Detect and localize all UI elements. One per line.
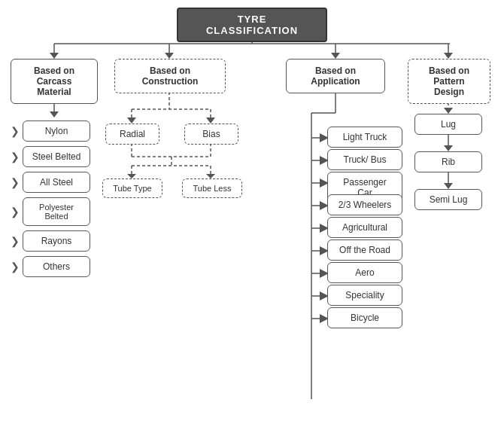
svg-marker-51	[444, 145, 453, 151]
carcass-item-others: Others	[23, 256, 90, 277]
app-item-speciality: Speciality	[327, 285, 402, 306]
arrow-icon: ❯	[11, 206, 20, 217]
svg-marker-9	[444, 53, 453, 59]
app-item-off-road: Off the Road	[327, 239, 402, 261]
app-item-bicycle: Bicycle	[327, 307, 402, 328]
root-node: TYRE CLASSIFICATION	[177, 8, 327, 42]
app-item-agricultural: Agricultural	[327, 217, 402, 238]
construction-label: Based onConstruction	[114, 59, 226, 93]
tube-type-label: Tube Type	[102, 178, 162, 198]
list-item: ❯ Others	[11, 256, 90, 277]
arrow-icon: ❯	[11, 177, 20, 188]
svg-marker-49	[444, 108, 453, 114]
app-item-truck-bus: Truck/ Bus	[327, 149, 402, 170]
root-title: TYRE CLASSIFICATION	[177, 8, 327, 42]
pattern-label: Based on PatternDesign	[408, 59, 490, 104]
tube-type-box: Tube Type	[102, 178, 162, 198]
construction-category-box: Based onConstruction	[114, 59, 226, 93]
list-item: ❯ Nylon	[11, 121, 90, 142]
bias-label: Bias	[184, 124, 238, 145]
radial-box: Radial	[105, 124, 159, 145]
carcass-items-list: ❯ Nylon ❯ Steel Belted ❯ All Steel ❯ Pol…	[11, 117, 90, 277]
pattern-category-box: Based on PatternDesign	[408, 59, 490, 104]
tube-less-label: Tube Less	[182, 178, 242, 198]
list-item: ❯ Steel Belted	[11, 146, 90, 167]
svg-marker-11	[50, 111, 59, 117]
arrow-icon: ❯	[11, 261, 20, 272]
application-label: Based onApplication	[286, 59, 385, 93]
list-item: ❯ All Steel	[11, 172, 90, 193]
bias-box: Bias	[184, 124, 238, 145]
application-category-box: Based onApplication	[286, 59, 385, 93]
arrow-icon: ❯	[11, 151, 20, 162]
app-item-aero: Aero	[327, 262, 402, 283]
pattern-item-lug: Lug	[414, 114, 482, 135]
arrow-icon: ❯	[11, 236, 20, 246]
arrow-icon: ❯	[11, 126, 20, 136]
svg-marker-17	[206, 117, 215, 124]
carcass-item-all-steel: All Steel	[23, 172, 90, 193]
list-item: ❯ Polyester Belted	[11, 197, 90, 226]
carcass-category-box: Based on CarcassMaterial	[11, 59, 98, 104]
carcass-label: Based on CarcassMaterial	[11, 59, 98, 104]
radial-label: Radial	[105, 124, 159, 145]
pattern-item-semi-lug: Semi Lug	[414, 189, 482, 210]
app-item-wheelers: 2/3 Wheelers	[327, 194, 402, 215]
svg-marker-7	[331, 53, 340, 59]
list-item: ❯ Rayons	[11, 230, 90, 252]
tube-less-box: Tube Less	[182, 178, 242, 198]
carcass-item-steel-belted: Steel Belted	[23, 146, 90, 167]
svg-marker-5	[165, 53, 174, 59]
svg-marker-53	[444, 183, 453, 189]
app-item-light-truck: Light Truck	[327, 127, 402, 148]
carcass-item-polyester: Polyester Belted	[23, 197, 90, 226]
svg-marker-3	[50, 53, 59, 59]
svg-marker-15	[127, 117, 136, 124]
carcass-item-rayons: Rayons	[23, 230, 90, 252]
carcass-item-nylon: Nylon	[23, 121, 90, 142]
pattern-item-rib: Rib	[414, 151, 482, 172]
